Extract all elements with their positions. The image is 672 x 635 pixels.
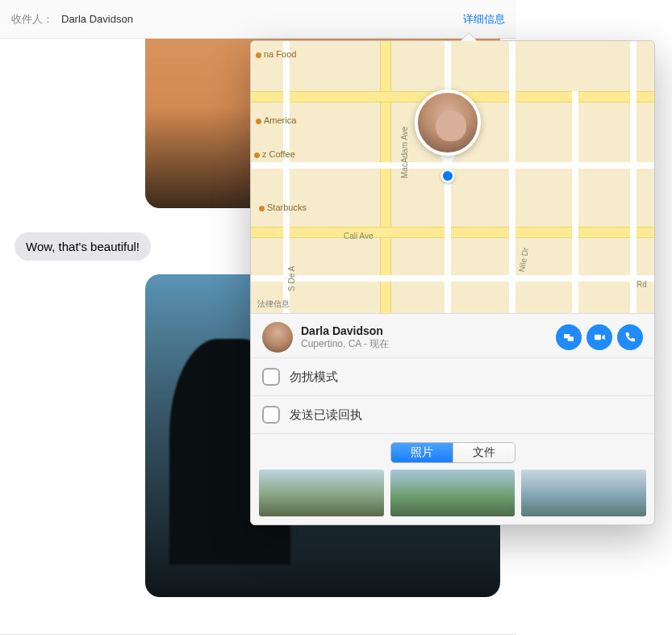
photo-thumbnail[interactable] [521,470,646,516]
map-street-label: Cali Ave [344,232,374,240]
segmented-control: 照片 文件 [390,442,515,463]
photo-thumbnail[interactable] [259,470,384,516]
photos-grid [251,470,654,524]
map-street-label: S De A [287,266,296,291]
avatar-icon[interactable] [262,322,293,353]
svg-rect-2 [595,335,601,340]
tab-photos[interactable]: 照片 [391,443,453,462]
map-legal-link[interactable]: 法律信息 [257,299,290,310]
contact-info: Darla Davidson Cupertino, CA - 现在 [301,324,548,351]
recipient-label: 收件人： [11,12,53,27]
details-popover: na Food America z Coffee Starbucks MacAd… [250,40,655,525]
screen-share-button[interactable] [556,324,582,350]
screen-share-icon [562,331,575,344]
read-receipt-label: 发送已读回执 [290,407,362,423]
map-poi: z Coffee [254,149,295,159]
dnd-label: 勿扰模式 [290,370,338,385]
attachments-tabs: 照片 文件 [251,433,654,470]
header-bar: 收件人： Darla Davidson 详细信息 [0,0,516,39]
contact-name: Darla Davidson [301,324,548,337]
map-poi: na Food [256,49,296,59]
phone-icon [624,331,637,344]
contact-location-pin[interactable] [412,90,483,183]
audio-call-button[interactable] [617,324,643,350]
location-map[interactable]: na Food America z Coffee Starbucks MacAd… [251,41,654,314]
pref-row-dnd: 勿扰模式 [251,357,654,395]
video-icon [593,331,606,344]
pref-row-read-receipt: 发送已读回执 [251,395,654,433]
map-street-label: Nile Dr [517,247,530,273]
details-link[interactable]: 详细信息 [463,12,505,27]
map-poi: America [256,115,296,125]
received-message-bubble[interactable]: Wow, that's beautiful! [15,232,151,261]
recipient-name[interactable]: Darla Davidson [61,13,463,25]
avatar-icon [415,90,481,156]
photo-thumbnail[interactable] [390,470,515,516]
contact-actions [556,324,643,350]
map-street-label: MacAdam Ave [400,127,409,178]
read-receipt-checkbox[interactable] [262,406,280,424]
map-poi: Starbucks [259,203,307,212]
map-street-label: Rd [637,280,647,289]
contact-row: Darla Davidson Cupertino, CA - 现在 [251,314,654,357]
dnd-checkbox[interactable] [262,368,280,386]
svg-rect-1 [568,336,574,340]
video-call-button[interactable] [586,324,612,350]
contact-location: Cupertino, CA - 现在 [301,337,548,351]
tab-files[interactable]: 文件 [453,443,515,462]
